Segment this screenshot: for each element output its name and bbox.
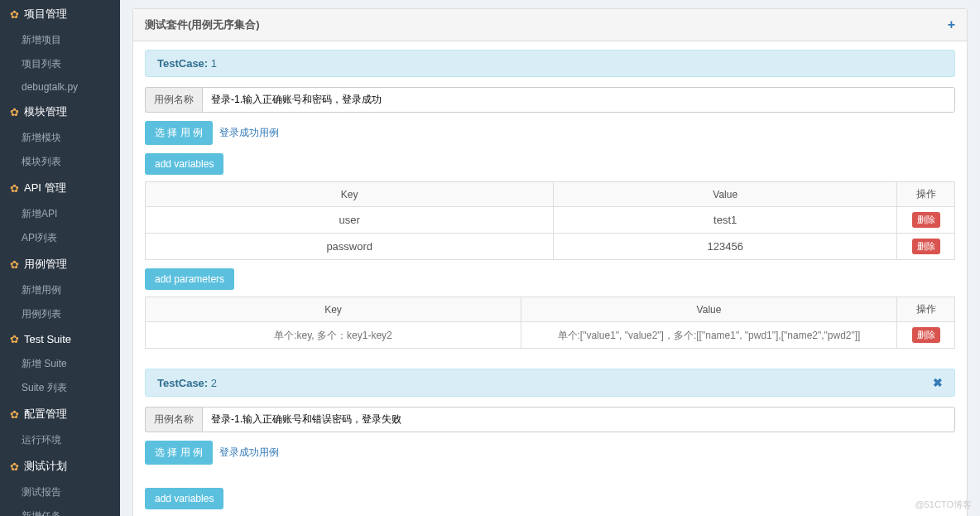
variables-table: KeyValue操作usertest1删除password123456删除	[145, 181, 955, 260]
menu-group-2[interactable]: ✿API 管理	[0, 174, 120, 202]
menu-item[interactable]: 新增模块	[0, 126, 120, 150]
col-value: Value	[554, 182, 897, 207]
add-variables-button[interactable]: add variables	[145, 488, 223, 509]
menu-group-label: 项目管理	[24, 7, 67, 22]
case-name-group: 用例名称	[145, 87, 955, 113]
menu-group-label: 用例管理	[24, 257, 67, 272]
col-key: Key	[146, 297, 521, 322]
menu-item[interactable]: 项目列表	[0, 52, 120, 76]
suite-title: 测试套件(用例无序集合)	[145, 17, 260, 32]
col-op: 操作	[897, 297, 955, 322]
select-case-hint[interactable]: 登录成功用例	[219, 126, 279, 140]
menu-group-label: Test Suite	[24, 333, 71, 345]
case-name-label: 用例名称	[145, 407, 202, 432]
add-variables-button[interactable]: add variables	[145, 153, 223, 175]
var-value[interactable]: 123456	[554, 234, 897, 260]
case-name-input[interactable]	[202, 87, 955, 113]
param-value-input[interactable]	[530, 330, 888, 341]
menu-group-0[interactable]: ✿项目管理	[0, 0, 120, 28]
select-case-button[interactable]: 选 择 用 例	[145, 121, 213, 145]
case-name-label: 用例名称	[145, 87, 202, 113]
menu-group-label: 测试计划	[24, 459, 67, 474]
add-testcase-icon[interactable]: +	[948, 17, 955, 32]
testcase-heading: TestCase: 2✖	[145, 369, 955, 397]
col-key: Key	[146, 182, 554, 207]
var-key[interactable]: user	[146, 207, 554, 234]
menu-item[interactable]: 测试报告	[0, 480, 120, 504]
gear-icon: ✿	[10, 182, 19, 195]
menu-item[interactable]: 运行环境	[0, 428, 120, 452]
gear-icon: ✿	[10, 106, 19, 118]
menu-item[interactable]: 新增项目	[0, 28, 120, 52]
add-parameters-button[interactable]: add parameters	[145, 268, 234, 290]
parameters-table: KeyValue操作删除	[145, 297, 955, 349]
table-row: usertest1删除	[146, 207, 955, 234]
watermark: @51CTO博客	[915, 499, 972, 511]
select-case-row: 选 择 用 例登录成功用例	[145, 441, 955, 465]
menu-item[interactable]: 新增任务	[0, 504, 120, 516]
menu-item[interactable]: Suite 列表	[0, 376, 120, 400]
gear-icon: ✿	[10, 258, 19, 271]
menu-group-4[interactable]: ✿Test Suite	[0, 326, 120, 352]
menu-group-label: API 管理	[24, 181, 66, 195]
sidebar: ✿项目管理新增项目项目列表debugtalk.py✿模块管理新增模块模块列表✿A…	[0, 0, 120, 516]
select-case-hint[interactable]: 登录成功用例	[219, 446, 279, 460]
select-case-row: 选 择 用 例登录成功用例	[145, 121, 955, 145]
menu-item[interactable]: 新增用例	[0, 278, 120, 302]
gear-icon: ✿	[10, 8, 19, 21]
case-name-input[interactable]	[202, 407, 955, 432]
menu-item[interactable]: debugtalk.py	[0, 76, 120, 98]
testcase-block: TestCase: 2✖用例名称选 择 用 例登录成功用例add variabl…	[145, 369, 955, 516]
col-op: 操作	[897, 182, 955, 207]
menu-group-1[interactable]: ✿模块管理	[0, 98, 120, 126]
main-content: 测试套件(用例无序集合) + TestCase: 1用例名称选 择 用 例登录成…	[120, 0, 980, 516]
menu-group-6[interactable]: ✿测试计划	[0, 452, 120, 480]
menu-group-label: 配置管理	[24, 407, 67, 422]
menu-item[interactable]: API列表	[0, 226, 120, 250]
table-row: password123456删除	[146, 234, 955, 260]
menu-group-3[interactable]: ✿用例管理	[0, 250, 120, 278]
menu-item[interactable]: 模块列表	[0, 150, 120, 174]
testcase-title: TestCase: 1	[157, 57, 217, 70]
col-value: Value	[521, 297, 897, 322]
suite-panel: 测试套件(用例无序集合) + TestCase: 1用例名称选 择 用 例登录成…	[132, 8, 968, 516]
select-case-button[interactable]: 选 择 用 例	[145, 441, 213, 465]
gear-icon: ✿	[10, 408, 19, 421]
suite-heading: 测试套件(用例无序集合) +	[133, 9, 967, 41]
menu-item[interactable]: 用例列表	[0, 302, 120, 326]
param-key-input[interactable]	[154, 330, 512, 341]
testcase-heading: TestCase: 1	[145, 50, 955, 77]
delete-button[interactable]: 删除	[912, 212, 940, 228]
var-value[interactable]: test1	[554, 207, 897, 234]
menu-group-5[interactable]: ✿配置管理	[0, 400, 120, 428]
remove-testcase-icon[interactable]: ✖	[933, 376, 943, 389]
suite-body: TestCase: 1用例名称选 择 用 例登录成功用例add variable…	[133, 41, 967, 516]
gear-icon: ✿	[10, 461, 19, 473]
menu-item[interactable]: 新增 Suite	[0, 352, 120, 376]
menu-group-label: 模块管理	[24, 104, 67, 119]
var-key[interactable]: password	[146, 234, 554, 260]
menu-item[interactable]: 新增API	[0, 202, 120, 226]
testcase-block: TestCase: 1用例名称选 择 用 例登录成功用例add variable…	[145, 50, 955, 349]
testcase-title: TestCase: 2	[157, 377, 217, 389]
delete-button[interactable]: 删除	[912, 239, 940, 254]
gear-icon: ✿	[10, 333, 19, 345]
delete-button[interactable]: 删除	[912, 327, 940, 343]
case-name-group: 用例名称	[145, 407, 955, 432]
table-row: 删除	[146, 322, 955, 349]
